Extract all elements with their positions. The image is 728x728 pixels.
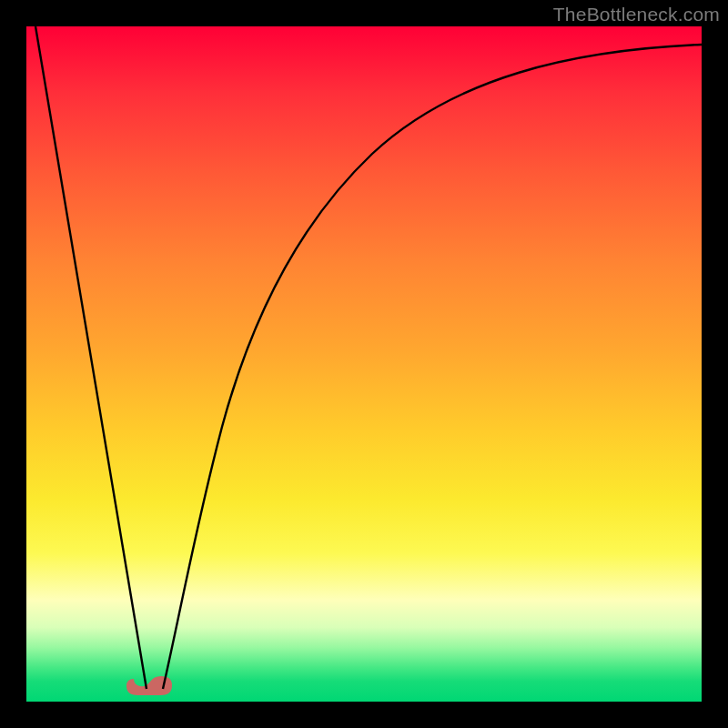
left-branch (35, 26, 147, 689)
plot-area (26, 26, 702, 702)
watermark-text: TheBottleneck.com (553, 4, 720, 25)
chart-frame: TheBottleneck.com (0, 0, 728, 728)
right-branch (163, 45, 702, 689)
curve-layer (26, 26, 702, 702)
